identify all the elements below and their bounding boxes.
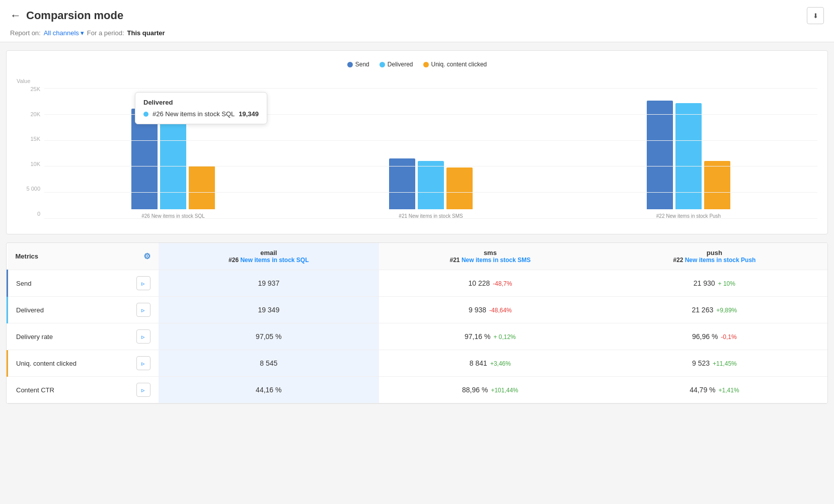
y-tick: 25K — [30, 86, 40, 92]
tooltip-value: 19,349 — [239, 110, 259, 118]
metric-cell: Content CTR ▹ — [8, 377, 159, 403]
data-cell: 8 841+3,46% — [379, 350, 601, 377]
data-cell: 21 263+9,89% — [601, 297, 827, 323]
data-cell: 19 937 — [159, 270, 380, 297]
legend-item: Uniq. content clicked — [423, 61, 487, 68]
legend-item: Send — [347, 61, 369, 68]
table-header-row: Metrics ⚙ email #26 New items in stock S… — [8, 243, 828, 270]
value-main: 10 228 — [468, 279, 490, 287]
data-cell: 19 349 — [159, 297, 380, 323]
email-campaign-label: #26 New items in stock SQL — [167, 257, 371, 264]
download-icon: ⬇ — [813, 12, 818, 20]
y-tick: 5 000 — [26, 186, 40, 192]
metric-label: Delivery rate — [16, 333, 53, 341]
value-main: 88,96 % — [462, 386, 488, 394]
value-diff: + 10% — [718, 280, 735, 287]
metric-cell: Delivery rate ▹ — [8, 323, 159, 350]
metric-label: Send — [16, 280, 31, 287]
chart-section: SendDeliveredUniq. content clicked Value… — [6, 50, 828, 234]
metrics-column-header: Metrics ⚙ — [8, 243, 159, 270]
metric-cell: Uniq. content clicked ▹ — [8, 350, 159, 377]
channel-select[interactable]: All channels ▾ — [44, 29, 84, 37]
chart-content: #26 New items in stock SQL#21 New items … — [44, 78, 817, 219]
chart-icon-button[interactable]: ▹ — [136, 329, 150, 344]
data-cell: 44,16 % — [159, 377, 380, 403]
value-diff: +1,41% — [719, 387, 739, 394]
sms-campaign-label: #21 New items in stock SMS — [387, 257, 593, 264]
sms-campaign-link[interactable]: New items in stock SMS — [462, 257, 530, 264]
value-diff: +9,89% — [716, 307, 737, 314]
table-row: Uniq. content clicked ▹8 5458 841+3,46%9… — [8, 350, 828, 377]
period-value: This quarter — [127, 29, 165, 37]
data-cell: 88,96 %+101,44% — [379, 377, 601, 403]
data-cell: 97,05 % — [159, 323, 380, 350]
value-diff: -48,64% — [489, 307, 512, 314]
y-tick: 10K — [30, 161, 40, 167]
data-cell: 9 938-48,64% — [379, 297, 601, 323]
data-cell: 8 545 — [159, 350, 380, 377]
chart-icon-button[interactable]: ▹ — [136, 383, 150, 397]
value-main: 97,16 % — [465, 332, 490, 341]
value-diff: +3,46% — [490, 360, 511, 367]
push-channel-label: push — [610, 249, 819, 257]
page-title: ← Comparsion mode — [10, 9, 123, 22]
data-cell: 21 930+ 10% — [601, 270, 827, 297]
y-tick: 15K — [30, 136, 40, 142]
chart-icon-button[interactable]: ▹ — [136, 356, 150, 370]
data-cell: 10 228-48,7% — [379, 270, 601, 297]
y-tick: 20K — [30, 111, 40, 117]
value-diff: +11,45% — [713, 360, 737, 367]
download-button[interactable]: ⬇ — [807, 7, 824, 24]
metrics-table: Metrics ⚙ email #26 New items in stock S… — [7, 243, 827, 403]
value-diff: -48,7% — [493, 280, 512, 287]
email-channel-label: email — [167, 249, 371, 257]
value-diff: +101,44% — [491, 387, 518, 394]
table-row: Delivered ▹19 3499 938-48,64%21 263+9,89… — [8, 297, 828, 323]
table-section: Metrics ⚙ email #26 New items in stock S… — [6, 242, 828, 404]
push-campaign-label: #22 New items in stock Push — [610, 257, 819, 264]
value-main: 8 545 — [260, 359, 277, 367]
y-axis-label: Value — [17, 78, 30, 84]
data-cell: 44,79 %+1,41% — [601, 377, 827, 403]
table-row: Delivery rate ▹97,05 %97,16 %+ 0,12%96,9… — [8, 323, 828, 350]
value-diff: + 0,12% — [493, 333, 515, 341]
value-main: 97,05 % — [256, 332, 281, 341]
top-bar: ← Comparsion mode ⬇ Report on: All chann… — [0, 0, 834, 42]
email-campaign-link[interactable]: New items in stock SQL — [240, 257, 309, 264]
table-row: Content CTR ▹44,16 %88,96 %+101,44%44,79… — [8, 377, 828, 403]
data-cell: 9 523+11,45% — [601, 350, 827, 377]
filter-row: Report on: All channels ▾ For a period: … — [10, 29, 824, 37]
value-main: 96,96 % — [692, 332, 718, 341]
metric-label: Uniq. content clicked — [16, 360, 77, 367]
push-column-header: push #22 New items in stock Push — [601, 243, 827, 270]
for-a-period-label: For a period: — [87, 29, 124, 37]
metric-cell: Delivered ▹ — [8, 297, 159, 323]
chart-icon-button[interactable]: ▹ — [136, 303, 150, 317]
chart-icon-button[interactable]: ▹ — [136, 276, 150, 290]
tooltip-dot — [143, 112, 148, 117]
value-main: 8 841 — [470, 359, 487, 367]
value-main: 44,79 % — [690, 386, 715, 394]
chart-area: Value 25K20K15K10K5 0000 #26 New items i… — [17, 78, 817, 219]
y-tick: 0 — [37, 211, 40, 217]
value-main: 21 263 — [692, 306, 713, 314]
report-on-label: Report on: — [10, 29, 41, 37]
metric-cell: Send ▹ — [8, 270, 159, 297]
sms-column-header: sms #21 New items in stock SMS — [379, 243, 601, 270]
metric-label: Delivered — [16, 306, 44, 314]
table-row: Send ▹19 93710 228-48,7%21 930+ 10% — [8, 270, 828, 297]
gear-icon[interactable]: ⚙ — [143, 251, 150, 261]
metric-label: Content CTR — [16, 386, 54, 394]
value-main: 19 349 — [258, 306, 279, 314]
data-cell: 96,96 %-0,1% — [601, 323, 827, 350]
tooltip: Delivered #26 New items in stock SQL 19,… — [135, 92, 267, 124]
value-main: 9 938 — [469, 306, 486, 314]
push-campaign-link[interactable]: New items in stock Push — [685, 257, 756, 264]
sms-channel-label: sms — [387, 249, 593, 257]
chart-legend: SendDeliveredUniq. content clicked — [17, 61, 817, 68]
value-main: 21 930 — [694, 279, 715, 287]
value-main: 19 937 — [258, 279, 279, 287]
value-diff: -0,1% — [721, 333, 736, 341]
legend-item: Delivered — [380, 61, 413, 68]
back-arrow[interactable]: ← — [10, 9, 21, 22]
